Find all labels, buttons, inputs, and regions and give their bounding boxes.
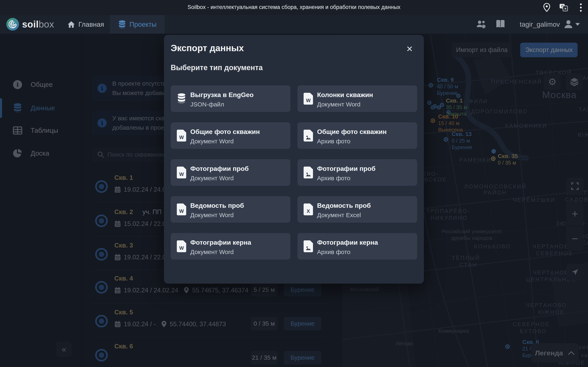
map-district-label: РАМЕНКИ — [459, 157, 491, 163]
well-dates: 19.02.24 / - — [124, 320, 156, 328]
search-placeholder: Поиск по скважинам — [107, 151, 165, 158]
well-map-marker[interactable] — [427, 101, 432, 105]
database-icon — [118, 20, 126, 29]
svg-text:i: i — [17, 81, 19, 88]
well-target-icon — [95, 315, 108, 327]
collapse-sidebar-button[interactable]: « — [56, 342, 72, 357]
map-city-label: Москва — [542, 89, 577, 100]
map-settings-button[interactable]: ⚙ — [544, 73, 561, 90]
well-map-marker[interactable] — [431, 105, 435, 109]
marker-well-status: Бурение — [452, 144, 472, 150]
export-option-title: Общие фото скважин — [317, 128, 387, 136]
import-from-file-button[interactable]: Импорт из файла — [452, 43, 512, 57]
well-map-marker[interactable] — [491, 156, 495, 161]
app-title: Soilbox - интеллектуальная система сбора… — [0, 4, 588, 10]
location-pin-icon — [183, 287, 189, 294]
legend-toggle-button[interactable]: Легенда — [531, 343, 579, 363]
user-avatar-icon[interactable] — [563, 19, 573, 30]
calendar-icon — [114, 186, 121, 193]
project-sidebar: iОбщееДанныеТаблицыДоска — [0, 34, 82, 367]
export-option-card[interactable]: WФотографии кернаДокумент Word — [171, 233, 290, 259]
location-pin-icon[interactable] — [542, 3, 552, 12]
sidebar-item-1[interactable]: iОбщее — [0, 75, 82, 94]
map-marker-label: Скв. 130 / 25 мБурение — [452, 131, 472, 150]
export-option-card[interactable]: WВедомость пробДокумент Word — [171, 196, 290, 223]
export-option-card[interactable]: WФотографии пробДокумент Word — [171, 159, 290, 186]
well-map-marker[interactable] — [492, 149, 496, 154]
users-admin-icon[interactable] — [476, 19, 486, 30]
well-depth-badge: 5 / 25 м — [251, 283, 278, 296]
export-option-card[interactable]: XВедомость пробДокумент Excel — [297, 196, 417, 223]
zoom-out-button[interactable]: − — [566, 226, 584, 251]
export-option-title: Фотографии проб — [317, 165, 375, 173]
logo-text-bold: soil — [22, 19, 39, 30]
well-map-marker[interactable] — [429, 83, 433, 87]
map-layers-button[interactable] — [566, 73, 583, 90]
word-doc-icon: W — [303, 93, 313, 105]
docs-book-icon[interactable] — [495, 19, 506, 30]
sidebar-item-4[interactable]: Доска — [0, 143, 82, 163]
well-dates: 15.02.24 / 22.02 — [124, 220, 169, 227]
export-option-title: Ведомость проб — [317, 202, 371, 209]
well-map-marker[interactable] — [444, 137, 448, 142]
logo-text-light: box — [39, 19, 54, 30]
well-name: Скв. 6 — [114, 343, 133, 350]
well-status-button[interactable]: Бурение — [284, 351, 321, 364]
close-icon[interactable]: ✕ — [405, 44, 415, 54]
nav-home[interactable]: Главная — [67, 15, 104, 34]
well-depth-badge: 21 / 35 м — [251, 351, 278, 364]
username[interactable]: tagir_galimov — [520, 21, 560, 28]
well-status-button[interactable]: Бурение — [284, 283, 321, 296]
more-menu-icon[interactable] — [576, 3, 586, 12]
search-icon — [97, 151, 104, 158]
pie-icon — [13, 149, 22, 158]
well-map-marker[interactable] — [505, 344, 510, 349]
map-district-label: ки — [581, 352, 588, 359]
export-option-card[interactable]: Общие фото скважинАрхив фото — [297, 122, 417, 149]
map-fullscreen-button[interactable] — [566, 178, 584, 195]
sidebar-item-3[interactable]: Таблицы — [0, 121, 82, 140]
export-option-card[interactable]: Фотографии пробАрхив фото — [297, 159, 417, 186]
home-icon — [67, 21, 75, 28]
well-map-marker[interactable] — [431, 118, 435, 123]
map-district-label: кие — [579, 344, 588, 350]
map-district-label: СЕВЕРНОЕ — [513, 321, 550, 328]
app-logo[interactable]: soilbox — [6, 18, 54, 31]
nav-projects-label: Проекты — [130, 21, 156, 28]
export-option-subtitle: Документ Word — [190, 138, 234, 145]
svg-text:✕: ✕ — [564, 7, 567, 10]
well-name: Скв. 4 — [114, 275, 133, 282]
map-zoom-control: + − — [566, 201, 584, 251]
translate-icon[interactable]: G ✕ — [559, 3, 568, 12]
info-icon: i — [98, 84, 107, 93]
well-list-item[interactable]: Скв. 621 / 35 мБурение — [82, 337, 342, 367]
map-marker-label: Скв. 350 / 35 м — [498, 153, 518, 166]
photo-doc-icon — [303, 240, 313, 252]
zoom-in-button[interactable]: + — [566, 201, 584, 226]
gear-icon: ⚙ — [548, 76, 556, 87]
nav-projects[interactable]: Проекты — [110, 15, 164, 34]
export-option-title: Фотографии керна — [317, 239, 378, 246]
well-status-button[interactable]: Бурение — [284, 317, 321, 330]
export-option-card[interactable]: Выгрузка в EngGeoJSON-файл — [171, 85, 290, 112]
export-option-card[interactable]: WКолонки скважинДокумент Word — [297, 85, 417, 112]
nav-home-label: Главная — [78, 21, 104, 28]
well-date-row: 19.02.24 / -55.74400, 37.44873 — [114, 320, 226, 328]
well-map-marker[interactable] — [440, 103, 444, 107]
export-data-button[interactable]: Экспорт данных — [520, 43, 578, 57]
map-district-label: ТАГАН — [579, 106, 588, 113]
export-option-subtitle: Документ Word — [190, 175, 234, 182]
marker-well-status: Бурение — [437, 90, 458, 96]
banner-text-line2: Вы можете добави — [112, 90, 165, 96]
map-place-label: Летово — [396, 341, 413, 347]
map-district-label: ХАМОВНИКИ — [505, 123, 547, 129]
well-list-item[interactable]: Скв. 519.02.24 / -55.74400, 37.448730 / … — [82, 303, 342, 337]
sidebar-item-2[interactable]: Данные — [0, 98, 82, 118]
export-option-card[interactable]: WОбщие фото скважинДокумент Word — [171, 122, 290, 149]
photo-doc-icon — [303, 130, 313, 142]
word-doc-icon: W — [177, 167, 186, 178]
marker-well-name: Скв. 9 — [437, 77, 458, 83]
chevron-down-icon[interactable] — [575, 23, 580, 26]
map-locate-button[interactable] — [566, 264, 584, 281]
export-option-card[interactable]: Фотографии кернаАрхив фото — [297, 233, 417, 259]
